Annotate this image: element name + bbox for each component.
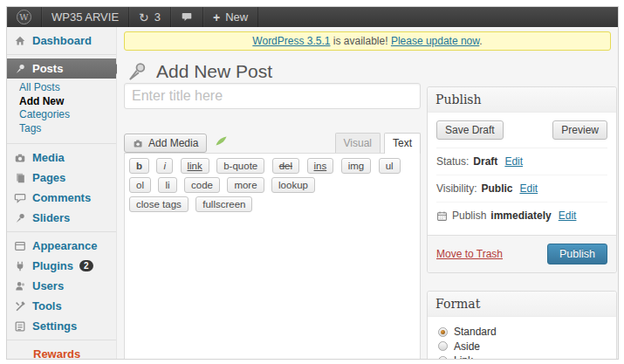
sidebar-item-tools[interactable]: Tools — [7, 296, 116, 316]
pushpin-icon — [126, 60, 148, 83]
site-name-menu[interactable]: WP35 ARVIE — [42, 7, 129, 27]
sidebar-item-users[interactable]: Users — [7, 276, 116, 296]
sidebar-subitem-tags[interactable]: Tags — [7, 122, 116, 136]
admin-bar: W WP35 ARVIE ↻ 3 + New — [7, 7, 618, 27]
wordpress-logo-menu[interactable]: W — [7, 7, 42, 27]
sidebar-subitem-all-posts[interactable]: All Posts — [7, 81, 116, 95]
settings-icon — [14, 320, 26, 333]
sidebar-item-posts[interactable]: Posts — [7, 58, 116, 79]
sidebar-item-label: Users — [32, 279, 64, 292]
pushpin-icon — [14, 63, 26, 75]
qt-fullscreen-button[interactable]: fullscreen — [195, 196, 252, 212]
page-title: Add New Post — [156, 61, 272, 82]
menu-separator — [7, 340, 116, 340]
qt-lookup-button[interactable]: lookup — [271, 177, 315, 193]
update-nag-banner: WordPress 3.5.1 is available! Please upd… — [124, 31, 611, 51]
sidebar-item-rewards-tweet[interactable]: Rewards Tweet — [7, 344, 116, 360]
browser-viewport: W WP35 ARVIE ↻ 3 + New Dashboard — [6, 6, 619, 360]
sidebar-item-comments[interactable]: Comments — [7, 188, 116, 208]
qt-del-button[interactable]: del — [272, 158, 299, 174]
post-content-textarea[interactable] — [125, 217, 420, 359]
posts-submenu: All Posts Add New Categories Tags — [7, 79, 116, 140]
nag-suffix: . — [479, 35, 482, 47]
add-media-label: Add Media — [148, 137, 198, 149]
add-media-button[interactable]: Add Media — [124, 134, 207, 153]
tab-visual[interactable]: Visual — [335, 133, 381, 153]
new-content-menu[interactable]: + New — [203, 7, 258, 27]
wordpress-logo-icon: W — [17, 10, 31, 24]
sidebar-item-label: Dashboard — [32, 34, 92, 47]
format-box-title[interactable]: Format — [428, 292, 616, 317]
radio-icon[interactable] — [438, 356, 448, 359]
format-option-link[interactable]: Link — [436, 354, 607, 359]
green-leaf-media-button[interactable] — [215, 134, 228, 150]
updates-icon: ↻ — [139, 11, 149, 24]
qt-ins-button[interactable]: ins — [307, 158, 334, 174]
wordpress-version-link[interactable]: WordPress 3.5.1 — [252, 35, 330, 47]
tab-text[interactable]: Text — [384, 133, 421, 154]
camera-icon — [14, 152, 26, 164]
sidebar-item-label: Tools — [32, 299, 62, 312]
user-icon — [14, 280, 26, 292]
qt-more-button[interactable]: more — [227, 177, 264, 193]
qt-img-button[interactable]: img — [341, 158, 372, 174]
sidebar-item-settings[interactable]: Settings — [7, 316, 116, 336]
qt-italic-button[interactable]: i — [156, 158, 173, 174]
menu-separator — [7, 231, 116, 232]
sidebar-item-plugins[interactable]: Plugins 2 — [7, 256, 116, 276]
format-box-body: Standard Aside Link Gallery — [428, 317, 616, 359]
sidebar-item-label: Rewards Tweet — [33, 347, 111, 360]
qt-bquote-button[interactable]: b-quote — [216, 158, 264, 174]
please-update-link[interactable]: Please update now — [391, 35, 479, 47]
qt-code-button[interactable]: code — [184, 177, 220, 193]
publish-button[interactable]: Publish — [547, 244, 607, 264]
add-media-icon — [133, 138, 144, 149]
admin-sidebar: Dashboard Posts All Posts Add New Catego… — [7, 27, 117, 359]
qt-ul-button[interactable]: ul — [379, 158, 401, 174]
schedule-row: Publish immediately Edit — [436, 202, 607, 229]
edit-schedule-link[interactable]: Edit — [559, 209, 577, 222]
sidebar-item-pages[interactable]: Pages — [7, 168, 116, 188]
qt-close-tags-button[interactable]: close tags — [129, 196, 189, 212]
status-row: Status: Draft Edit — [436, 148, 607, 175]
updates-menu[interactable]: ↻ 3 — [129, 7, 171, 27]
qt-link-button[interactable]: link — [181, 158, 209, 174]
qt-li-button[interactable]: li — [158, 177, 176, 193]
house-icon — [14, 35, 26, 47]
sidebar-item-sliders[interactable]: Sliders — [7, 208, 116, 228]
publish-box-title[interactable]: Publish — [428, 87, 616, 113]
comments-menu[interactable] — [171, 7, 203, 27]
visibility-value: Public — [481, 182, 512, 195]
format-option-aside[interactable]: Aside — [436, 340, 607, 354]
save-draft-button[interactable]: Save Draft — [436, 120, 504, 140]
format-option-standard[interactable]: Standard — [436, 325, 607, 340]
qt-bold-button[interactable]: b — [129, 158, 149, 174]
site-name-label: WP35 ARVIE — [51, 10, 119, 24]
status-value: Draft — [473, 155, 497, 168]
post-title-input[interactable] — [124, 83, 421, 109]
sidebar-item-media[interactable]: Media — [7, 148, 116, 168]
sidebar-item-appearance[interactable]: Appearance — [7, 236, 116, 256]
sidebar-item-label: Pages — [32, 171, 65, 184]
sidebar-item-label: Plugins — [32, 259, 73, 272]
sidebar-item-label: Sliders — [32, 211, 70, 224]
radio-icon[interactable] — [438, 327, 448, 337]
plugin-icon — [14, 260, 26, 272]
qt-ol-button[interactable]: ol — [129, 177, 151, 193]
new-label: New — [225, 10, 248, 24]
page-header: Add New Post — [126, 58, 618, 85]
editor-mode-tabs: Visual Text — [332, 133, 421, 153]
sidebar-subitem-add-new[interactable]: Add New — [7, 95, 116, 109]
move-to-trash-link[interactable]: Move to Trash — [436, 248, 503, 260]
sidebar-item-label: Settings — [32, 319, 77, 333]
edit-status-link[interactable]: Edit — [504, 155, 523, 168]
sidebar-item-dashboard[interactable]: Dashboard — [7, 31, 116, 51]
visibility-row: Visibility: Public Edit — [436, 175, 607, 202]
preview-button[interactable]: Preview — [552, 120, 607, 140]
publish-box: Publish Save Draft Preview Status: Draft… — [427, 86, 617, 273]
sidebar-subitem-categories[interactable]: Categories — [7, 108, 116, 122]
sidebar-item-label: Appearance — [32, 239, 97, 252]
tools-icon — [14, 300, 26, 312]
radio-icon[interactable] — [438, 341, 448, 351]
edit-visibility-link[interactable]: Edit — [519, 182, 538, 195]
